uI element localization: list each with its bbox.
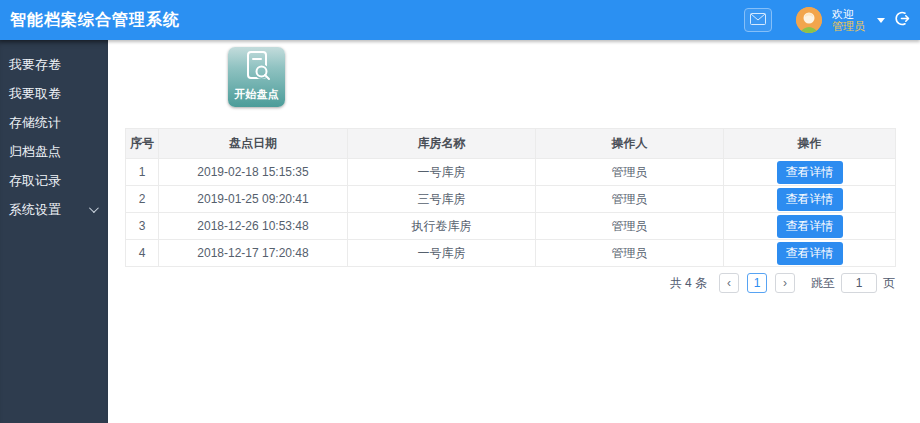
pagination-jump-group: 跳至 页 (811, 273, 895, 293)
column-header-warehouse: 库房名称 (348, 129, 536, 159)
view-details-button[interactable]: 查看详情 (777, 215, 843, 238)
jump-suffix: 页 (883, 275, 895, 292)
table-row: 4 2018-12-17 17:20:48 一号库房 管理员 查看详情 (126, 240, 896, 267)
sidebar: 我要存卷 我要取卷 存储统计 归档盘点 存取记录 系统设置 (0, 40, 108, 423)
column-header-date: 盘点日期 (159, 129, 348, 159)
column-header-action: 操作 (724, 129, 896, 159)
sidebar-item-system-settings[interactable]: 系统设置 (0, 195, 108, 224)
start-inventory-label: 开始盘点 (235, 87, 279, 102)
sidebar-item-label: 存取记录 (9, 166, 61, 195)
chevron-down-icon[interactable] (877, 18, 885, 23)
archive-search-icon (240, 49, 274, 86)
cell-warehouse: 执行卷库房 (348, 213, 536, 240)
cell-date: 2019-02-18 15:15:35 (159, 159, 348, 186)
jump-page-input[interactable] (841, 273, 877, 293)
sidebar-item-label: 我要取卷 (9, 79, 61, 108)
sidebar-item-label: 我要存卷 (9, 50, 61, 79)
app-header: 智能档案综合管理系统 欢迎 管理员 (0, 0, 920, 40)
table-row: 1 2019-02-18 15:15:35 一号库房 管理员 查看详情 (126, 159, 896, 186)
cell-no: 3 (126, 213, 159, 240)
sidebar-item-storage-stats[interactable]: 存储统计 (0, 108, 108, 137)
pagination: 共 4 条 ‹ 1 › 跳至 页 (125, 273, 895, 293)
header-right-group: 欢迎 管理员 (744, 7, 910, 33)
column-header-operator: 操作人 (536, 129, 724, 159)
cell-no: 2 (126, 186, 159, 213)
cell-no: 1 (126, 159, 159, 186)
cell-operator: 管理员 (536, 159, 724, 186)
pagination-next-button[interactable]: › (775, 273, 795, 293)
chevron-down-icon (89, 203, 99, 213)
start-inventory-button[interactable]: 开始盘点 (228, 47, 285, 107)
sidebar-item-retrieve-file[interactable]: 我要取卷 (0, 79, 108, 108)
welcome-text: 欢迎 (832, 8, 865, 20)
sidebar-item-label: 系统设置 (9, 195, 61, 224)
cell-warehouse: 三号库房 (348, 186, 536, 213)
inventory-table-wrap: 序号 盘点日期 库房名称 操作人 操作 1 2019-02-18 15:15:3… (125, 128, 895, 293)
view-details-button[interactable]: 查看详情 (777, 242, 843, 265)
sidebar-item-archive-inventory[interactable]: 归档盘点 (0, 137, 108, 166)
sidebar-item-store-file[interactable]: 我要存卷 (0, 50, 108, 79)
cell-no: 4 (126, 240, 159, 267)
sidebar-item-label: 归档盘点 (9, 137, 61, 166)
cell-operator: 管理员 (536, 240, 724, 267)
messages-button[interactable] (744, 8, 772, 32)
cell-date: 2018-12-26 10:53:48 (159, 213, 348, 240)
main-content: 开始盘点 序号 盘点日期 库房名称 操作人 操作 1 2019-02-18 15… (108, 40, 920, 423)
cell-date: 2018-12-17 17:20:48 (159, 240, 348, 267)
inventory-table: 序号 盘点日期 库房名称 操作人 操作 1 2019-02-18 15:15:3… (125, 128, 896, 267)
table-header-row: 序号 盘点日期 库房名称 操作人 操作 (126, 129, 896, 159)
table-row: 2 2019-01-25 09:20:41 三号库房 管理员 查看详情 (126, 186, 896, 213)
pagination-prev-button[interactable]: ‹ (719, 273, 739, 293)
table-row: 3 2018-12-26 10:53:48 执行卷库房 管理员 查看详情 (126, 213, 896, 240)
jump-label: 跳至 (811, 275, 835, 292)
cell-operator: 管理员 (536, 213, 724, 240)
logout-button[interactable] (895, 11, 910, 30)
envelope-icon (750, 11, 766, 29)
cell-warehouse: 一号库房 (348, 159, 536, 186)
username-text: 管理员 (832, 20, 865, 32)
sidebar-item-access-records[interactable]: 存取记录 (0, 166, 108, 195)
column-header-no: 序号 (126, 129, 159, 159)
app-title: 智能档案综合管理系统 (10, 10, 180, 31)
cell-date: 2019-01-25 09:20:41 (159, 186, 348, 213)
user-info[interactable]: 欢迎 管理员 (832, 8, 865, 32)
pagination-page-1-button[interactable]: 1 (747, 273, 767, 293)
cell-warehouse: 一号库房 (348, 240, 536, 267)
cell-operator: 管理员 (536, 186, 724, 213)
view-details-button[interactable]: 查看详情 (777, 188, 843, 211)
view-details-button[interactable]: 查看详情 (777, 161, 843, 184)
avatar[interactable] (796, 7, 822, 33)
pagination-total: 共 4 条 (670, 275, 707, 292)
logout-icon (895, 11, 910, 30)
sidebar-item-label: 存储统计 (9, 108, 61, 137)
